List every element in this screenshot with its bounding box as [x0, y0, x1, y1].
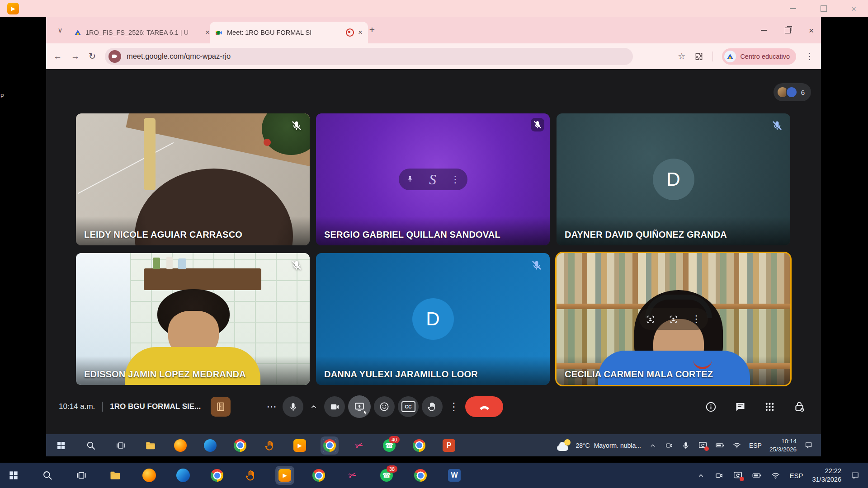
- outer-taskbar: ▶ ✂ ☎ 38 W ESP 22:22 31/3/2026: [0, 463, 868, 488]
- firefox-icon[interactable]: [174, 439, 187, 452]
- start-button[interactable]: [54, 439, 68, 452]
- chrome-menu-icon[interactable]: ⋮: [805, 51, 814, 61]
- profile-chip[interactable]: Centro educativo: [722, 48, 796, 65]
- tray-chevron-icon[interactable]: [697, 471, 705, 480]
- notification-center-icon[interactable]: [850, 471, 860, 480]
- search-button[interactable]: [40, 468, 55, 483]
- new-tab-button[interactable]: +: [365, 23, 379, 37]
- scissors-app-icon[interactable]: ✂: [353, 439, 366, 452]
- chrome-icon-2[interactable]: [412, 439, 426, 452]
- hidden-controls-icon[interactable]: ⋯: [264, 401, 279, 413]
- present-button[interactable]: [348, 395, 371, 418]
- end-call-button[interactable]: [465, 396, 503, 417]
- reactions-button[interactable]: [374, 396, 395, 417]
- participant-tile-leidy[interactable]: LEIDY NICOLE AGUIAR CARRASCO: [76, 113, 310, 245]
- whatsapp-icon[interactable]: ☎ 40: [382, 439, 396, 452]
- tray-share-icon[interactable]: [698, 441, 708, 450]
- camera-button[interactable]: [324, 396, 345, 417]
- participant-tile-dayner[interactable]: D DAYNER DAVID QUIÑONEZ GRANDA: [557, 113, 790, 245]
- powerpoint-icon[interactable]: P: [442, 439, 456, 452]
- meeting-details-icon[interactable]: [705, 401, 717, 413]
- remove-from-frame-icon[interactable]: [646, 314, 655, 324]
- taskbar-clock[interactable]: 10:14 25/3/2026: [769, 437, 797, 453]
- tab-search-caret-icon[interactable]: ∨: [53, 23, 67, 37]
- tray-camera-icon[interactable]: [714, 471, 724, 480]
- start-button[interactable]: [6, 468, 21, 483]
- add-to-frame-icon[interactable]: [669, 314, 678, 324]
- door-extension-button[interactable]: [211, 397, 231, 417]
- media-player-icon[interactable]: ▶: [293, 439, 307, 452]
- wifi-icon[interactable]: [732, 441, 741, 450]
- word-icon[interactable]: W: [447, 468, 462, 483]
- raise-hand-button[interactable]: [422, 396, 443, 417]
- participant-tile-sergio[interactable]: S ⋮ SERGIO GABRIEL QUILLAN SANDOVAL: [316, 113, 550, 245]
- edge-icon[interactable]: [203, 439, 217, 452]
- chrome-active-icon[interactable]: [323, 439, 336, 452]
- tile-more-options-icon[interactable]: ⋮: [451, 174, 460, 185]
- bookmark-star-icon[interactable]: ☆: [678, 51, 685, 61]
- chrome-toolbar: ← → ↻ meet.google.com/qmc-wpaz-rjo ☆ Cen…: [46, 43, 821, 69]
- url-text[interactable]: meet.google.com/qmc-wpaz-rjo: [127, 52, 231, 61]
- chat-icon[interactable]: [734, 401, 746, 413]
- forward-button[interactable]: →: [71, 52, 80, 61]
- participant-tile-edisson[interactable]: EDISSON JAMIN LOPEZ MEDRANDA: [76, 253, 310, 385]
- tray-camera-icon[interactable]: [665, 441, 674, 450]
- back-button[interactable]: ←: [53, 52, 62, 61]
- participant-tile-danna[interactable]: D DANNA YULEXI JARAMILLO LOOR: [316, 253, 550, 385]
- address-bar[interactable]: meet.google.com/qmc-wpaz-rjo: [105, 48, 633, 65]
- camera-options-chevron-icon[interactable]: [307, 396, 321, 417]
- notification-center-icon[interactable]: [804, 441, 813, 450]
- tray-mic-icon[interactable]: [681, 441, 690, 450]
- camera-permission-icon[interactable]: [108, 50, 121, 63]
- whatsapp-icon[interactable]: ☎ 38: [379, 468, 394, 483]
- extensions-icon[interactable]: [694, 52, 703, 61]
- tray-chevron-icon[interactable]: [649, 441, 657, 450]
- battery-icon[interactable]: [752, 470, 762, 480]
- battery-icon[interactable]: [715, 441, 725, 450]
- recording-dot: [740, 477, 744, 481]
- window-close-button[interactable]: ×: [851, 5, 856, 13]
- scissors-app-icon[interactable]: ✂: [345, 468, 360, 483]
- participant-tile-cecilia[interactable]: ⋮ CECILIA CARMEN MALA CORTEZ: [557, 253, 790, 385]
- wifi-icon[interactable]: [771, 471, 780, 480]
- edge-icon[interactable]: [176, 468, 190, 483]
- mic-off-icon: [531, 118, 544, 131]
- chrome-close-button[interactable]: ×: [809, 26, 814, 35]
- chrome-icon-2[interactable]: [311, 468, 326, 483]
- tile-more-options-icon[interactable]: ⋮: [692, 314, 701, 324]
- window-maximize-button[interactable]: [821, 5, 827, 12]
- chrome-restore-button[interactable]: [785, 28, 791, 33]
- host-controls-lock-icon[interactable]: [793, 400, 806, 413]
- file-explorer-icon[interactable]: [108, 468, 123, 483]
- firefox-icon[interactable]: [142, 468, 156, 483]
- chrome-icon[interactable]: [210, 468, 224, 483]
- captions-button[interactable]: CC: [398, 396, 419, 417]
- activities-grid-icon[interactable]: [764, 401, 776, 413]
- tray-share-icon[interactable]: [733, 470, 743, 480]
- weather-widget[interactable]: 28°C Mayorm. nubla...: [557, 439, 641, 451]
- media-player-active-icon[interactable]: ▶: [278, 468, 292, 483]
- more-options-button[interactable]: ⋮: [446, 396, 462, 417]
- task-view-button[interactable]: [114, 439, 127, 452]
- hand-app-icon[interactable]: [263, 439, 277, 452]
- participant-count-pill[interactable]: 6: [774, 83, 811, 101]
- hand-app-icon[interactable]: [244, 468, 258, 483]
- pin-icon[interactable]: [406, 175, 415, 184]
- chrome-icon-3[interactable]: [413, 468, 428, 483]
- task-view-button[interactable]: [74, 468, 89, 483]
- taskbar-clock[interactable]: 22:22 31/3/2026: [812, 467, 841, 484]
- chrome-minimize-button[interactable]: [761, 30, 767, 31]
- tab-close-icon[interactable]: ×: [205, 28, 210, 37]
- reload-button[interactable]: ↻: [89, 51, 96, 61]
- mic-button[interactable]: [283, 396, 303, 417]
- window-minimize-button[interactable]: [790, 8, 796, 9]
- language-indicator[interactable]: ESP: [749, 442, 762, 449]
- tab-classroom[interactable]: 1RO_FIS_FS_2526: TAREA 6.1 | U ×: [69, 22, 215, 43]
- language-indicator[interactable]: ESP: [789, 472, 803, 479]
- taskbar-time: 10:14: [781, 438, 797, 445]
- tab-meet[interactable]: Meet: 1RO BGU FORMAL SI ×: [210, 22, 368, 43]
- chrome-icon[interactable]: [233, 439, 247, 452]
- file-explorer-icon[interactable]: [144, 439, 157, 452]
- search-button[interactable]: [84, 439, 98, 452]
- tab-close-icon[interactable]: ×: [358, 28, 363, 37]
